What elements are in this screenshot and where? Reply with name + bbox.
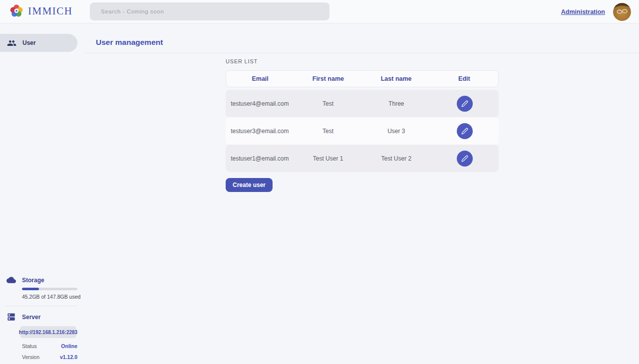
cell-first-name: Test User 1 (294, 155, 362, 162)
edit-user-button[interactable] (457, 96, 473, 112)
storage-progress-fill (22, 288, 39, 290)
column-header-first-name: First name (294, 75, 362, 82)
sidebar-info-panel: Storage 45.2GB of 147.8GB used Server ht… (0, 275, 85, 360)
server-url-chip: http://192.168.1.216:2283 (20, 326, 76, 338)
sidebar-divider (5, 306, 77, 306)
version-label: Version (22, 354, 39, 360)
cell-email: testuser3@email.com (226, 128, 294, 135)
cell-last-name: Three (362, 100, 431, 107)
user-table-header: Email First name Last name Edit (226, 70, 499, 87)
status-badge: Online (61, 343, 77, 349)
column-header-last-name: Last name (362, 75, 430, 82)
administration-link[interactable]: Administration (561, 8, 605, 15)
storage-section-header: Storage (0, 275, 85, 285)
column-header-edit: Edit (430, 75, 498, 82)
pencil-icon (461, 128, 468, 135)
server-section-header: Server (0, 312, 85, 322)
table-row: testuser4@email.com Test Three (226, 90, 499, 117)
cell-last-name: User 3 (362, 128, 431, 135)
server-icon (6, 312, 16, 322)
users-icon (7, 38, 16, 48)
brand-wordmark: IMMICH (28, 5, 73, 17)
storage-usage-text: 45.2GB of 147.8GB used (22, 294, 85, 300)
column-header-email: Email (226, 75, 294, 82)
storage-progress-bar (22, 288, 77, 290)
pencil-icon (461, 100, 468, 107)
status-label: Status (22, 343, 37, 349)
page-title: User management (96, 38, 163, 47)
sidebar-item-user-label: User (22, 39, 36, 46)
immich-flower-icon (9, 3, 24, 18)
table-row: testuser1@email.com Test User 1 Test Use… (226, 145, 499, 172)
server-title: Server (22, 314, 40, 321)
cloud-icon (6, 275, 16, 285)
cell-email: testuser1@email.com (226, 155, 294, 162)
server-version-row: Version v1.12.0 (22, 354, 77, 360)
cell-email: testuser4@email.com (226, 100, 294, 107)
search-input[interactable] (90, 2, 329, 20)
top-navigation-bar: IMMICH Administration (0, 0, 639, 23)
sidebar: User Storage 45.2GB of 147.8GB used (0, 23, 85, 364)
sidebar-item-user[interactable]: User (0, 34, 77, 52)
edit-user-button[interactable] (457, 123, 473, 139)
cell-last-name: Test User 2 (362, 155, 431, 162)
title-divider (85, 53, 639, 53)
topbar-right-group: Administration (561, 0, 631, 23)
cell-first-name: Test (294, 128, 362, 135)
user-list-label: USER LIST (226, 58, 258, 64)
immich-logo[interactable]: IMMICH (9, 3, 73, 18)
edit-user-button[interactable] (457, 151, 473, 167)
cell-first-name: Test (294, 100, 362, 107)
user-avatar[interactable] (613, 3, 631, 21)
version-value: v1.12.0 (60, 354, 77, 360)
pencil-icon (461, 155, 468, 162)
server-status-row: Status Online (22, 343, 77, 349)
table-row: testuser3@email.com Test User 3 (226, 117, 499, 145)
immich-admin-screen: IMMICH Administration (0, 0, 639, 364)
user-table-body: testuser4@email.com Test Three testuser3… (226, 90, 499, 172)
storage-title: Storage (22, 277, 44, 284)
create-user-button[interactable]: Create user (226, 178, 273, 192)
